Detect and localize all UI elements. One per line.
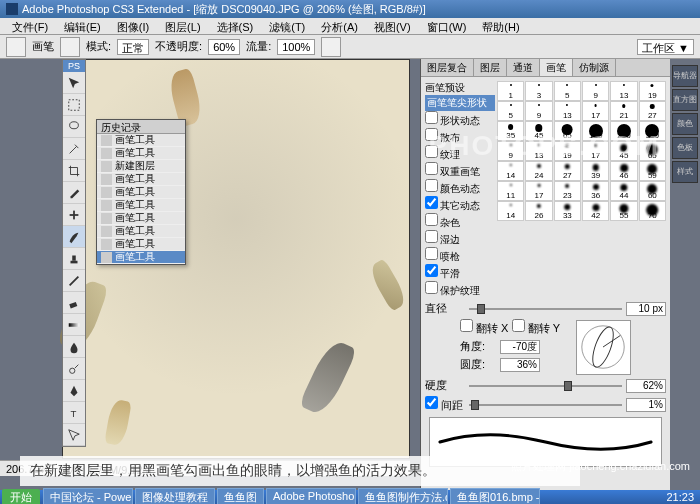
spacing-check[interactable] (425, 396, 438, 409)
menu-select[interactable]: 选择(S) (209, 18, 262, 34)
airbrush-icon[interactable] (321, 37, 341, 57)
history-panel-title[interactable]: 历史记录 (97, 120, 185, 134)
brush-preset-cell[interactable]: 13 (554, 101, 581, 121)
brush-section[interactable]: 平滑 (425, 264, 495, 281)
tab-brushes[interactable]: 画笔 (540, 59, 573, 76)
flip-x-check[interactable] (460, 319, 473, 332)
angle-field[interactable] (500, 340, 540, 354)
eraser-tool[interactable] (63, 292, 85, 314)
brush-section[interactable]: 杂色 (425, 213, 495, 230)
brush-preset-cell[interactable]: 3 (525, 81, 552, 101)
brush-preset-cell[interactable]: 27 (554, 161, 581, 181)
brush-preset-cell[interactable]: 33 (554, 201, 581, 221)
system-clock[interactable]: 21:23 (660, 491, 700, 503)
tab-clone-source[interactable]: 仿制源 (573, 59, 616, 76)
toolbox-header[interactable]: PS (63, 60, 85, 72)
brush-preset-cell[interactable]: 19 (639, 81, 666, 101)
taskbar-item[interactable]: Adobe Photoshop CS3 (266, 488, 356, 505)
tab-layers[interactable]: 图层 (474, 59, 507, 76)
roundness-field[interactable] (500, 358, 540, 372)
pen-tool[interactable] (63, 380, 85, 402)
brush-preset-cell[interactable]: 5 (497, 101, 524, 121)
brush-tool-icon[interactable] (6, 37, 26, 57)
dock-color[interactable]: 颜色 (672, 113, 698, 135)
brush-preset-cell[interactable]: 27 (639, 101, 666, 121)
menu-view[interactable]: 视图(V) (366, 18, 419, 34)
brush-preset-cell[interactable]: 70 (639, 201, 666, 221)
brush-preset-picker[interactable] (60, 37, 80, 57)
hardness-field[interactable] (626, 379, 666, 393)
dodge-tool[interactable] (63, 358, 85, 380)
dock-navigator[interactable]: 导航器 (672, 65, 698, 87)
angle-control[interactable] (576, 320, 631, 375)
blur-tool[interactable] (63, 336, 85, 358)
brush-preset-cell[interactable]: 55 (610, 201, 637, 221)
brush-preset-cell[interactable]: 17 (582, 101, 609, 121)
brush-preset-cell[interactable]: 9 (582, 81, 609, 101)
brush-preset-cell[interactable]: 60 (639, 181, 666, 201)
dock-histogram[interactable]: 直方图 (672, 89, 698, 111)
brush-preset-cell[interactable]: 11 (497, 181, 524, 201)
move-tool[interactable] (63, 72, 85, 94)
marquee-tool[interactable] (63, 94, 85, 116)
history-item[interactable]: 画笔工具 (97, 251, 185, 264)
diameter-field[interactable] (626, 302, 666, 316)
brush-tool[interactable] (63, 226, 85, 248)
stamp-tool[interactable] (63, 248, 85, 270)
taskbar-item[interactable]: 鱼鱼图 (217, 488, 264, 505)
dock-styles[interactable]: 样式 (672, 161, 698, 183)
brush-preset-cell[interactable]: 17 (525, 181, 552, 201)
brush-preset-cell[interactable]: 26 (525, 201, 552, 221)
brush-preset-cell[interactable]: 46 (610, 161, 637, 181)
brush-section[interactable]: 双重画笔 (425, 162, 495, 179)
spacing-slider[interactable] (469, 400, 622, 410)
spacing-field[interactable] (626, 398, 666, 412)
brush-preset-cell[interactable]: 59 (639, 161, 666, 181)
path-tool[interactable] (63, 424, 85, 446)
brush-preset-cell[interactable]: 21 (610, 101, 637, 121)
menu-image[interactable]: 图像(I) (109, 18, 157, 34)
mode-select[interactable]: 正常 (117, 39, 149, 55)
gradient-tool[interactable] (63, 314, 85, 336)
opacity-field[interactable]: 60% (208, 39, 240, 55)
workspace-menu[interactable]: 工作区 ▼ (637, 39, 694, 55)
brush-preset-cell[interactable]: 24 (525, 161, 552, 181)
menu-edit[interactable]: 编辑(E) (56, 18, 109, 34)
start-button[interactable]: 开始 (2, 489, 40, 505)
brush-preset-cell[interactable]: 9 (525, 101, 552, 121)
flip-y-check[interactable] (512, 319, 525, 332)
menu-help[interactable]: 帮助(H) (474, 18, 527, 34)
brush-preset-cell[interactable]: 13 (610, 81, 637, 101)
tab-channels[interactable]: 通道 (507, 59, 540, 76)
menu-window[interactable]: 窗口(W) (419, 18, 475, 34)
menu-analysis[interactable]: 分析(A) (313, 18, 366, 34)
brush-preset-cell[interactable]: 23 (554, 181, 581, 201)
brush-preset-cell[interactable]: 14 (497, 201, 524, 221)
brush-preset-cell[interactable]: 44 (610, 181, 637, 201)
crop-tool[interactable] (63, 160, 85, 182)
brush-section[interactable]: 保护纹理 (425, 281, 495, 298)
brush-preset-cell[interactable]: 39 (582, 161, 609, 181)
taskbar-item[interactable]: 中国论坛 - Powered (43, 488, 133, 505)
taskbar-item[interactable]: 图像处理教程 (135, 488, 215, 505)
menu-file[interactable]: 文件(F) (4, 18, 56, 34)
brush-preset-cell[interactable]: 5 (554, 81, 581, 101)
taskbar-item[interactable]: 鱼鱼图016.bmp - 画图 (450, 488, 540, 505)
eyedropper-tool[interactable] (63, 182, 85, 204)
brush-preset-header[interactable]: 画笔预设 (425, 81, 495, 95)
wand-tool[interactable] (63, 138, 85, 160)
brush-preset-cell[interactable]: 1 (497, 81, 524, 101)
diameter-slider[interactable] (469, 304, 622, 314)
tab-layer-comps[interactable]: 图层复合 (421, 59, 474, 76)
menu-layer[interactable]: 图层(L) (157, 18, 208, 34)
brush-preset-cell[interactable]: 42 (582, 201, 609, 221)
brush-section[interactable]: 画笔笔尖形状 (425, 95, 495, 111)
heal-tool[interactable] (63, 204, 85, 226)
taskbar-item[interactable]: 鱼鱼图制作方法.docx (358, 488, 448, 505)
dock-swatches[interactable]: 色板 (672, 137, 698, 159)
hardness-slider[interactable] (469, 381, 622, 391)
lasso-tool[interactable] (63, 116, 85, 138)
type-tool[interactable]: T (63, 402, 85, 424)
flow-field[interactable]: 100% (277, 39, 315, 55)
brush-section[interactable]: 形状动态 (425, 111, 495, 128)
